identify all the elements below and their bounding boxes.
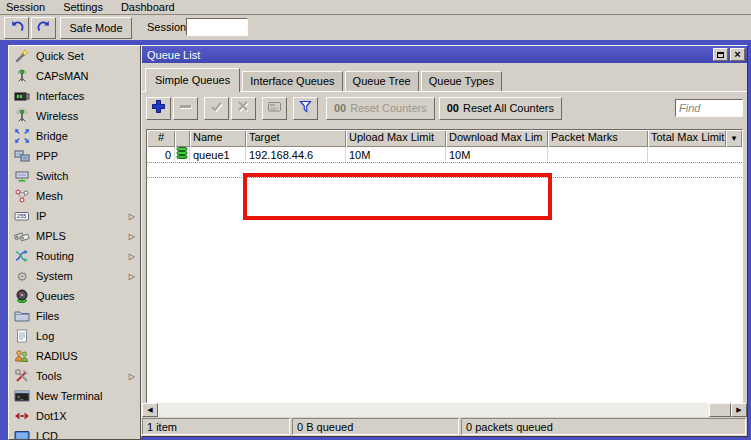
comment-button[interactable] xyxy=(262,97,287,120)
queue-toolbar: 00 Reset Counters 00 Reset All Counters xyxy=(142,92,747,124)
column-header-number[interactable]: # xyxy=(147,130,175,147)
column-header-packet-marks[interactable]: Packet Marks xyxy=(548,130,648,147)
status-bar: 1 item 0 B queued 0 packets queued xyxy=(142,417,747,436)
horizontal-scrollbar[interactable]: ◀ ▶ xyxy=(142,403,747,417)
mesh-icon xyxy=(14,188,30,204)
column-select-button[interactable]: ▼ xyxy=(726,130,742,147)
empty-row xyxy=(147,163,742,178)
sidebar-item-quick-set[interactable]: Quick Set xyxy=(9,46,140,66)
queue-icon xyxy=(176,147,188,162)
maximize-button[interactable] xyxy=(713,48,728,61)
sidebar-item-ppp[interactable]: PPP xyxy=(9,146,140,166)
sidebar-item-log[interactable]: Log xyxy=(9,326,140,346)
sidebar: Quick Set CAPsMAN Interfaces Wireless Br… xyxy=(8,45,141,440)
sidebar-item-switch[interactable]: Switch xyxy=(9,166,140,186)
svg-text:255: 255 xyxy=(17,213,26,219)
tab-queue-types[interactable]: Queue Types xyxy=(421,71,502,91)
dot1x-icon xyxy=(14,408,30,424)
reset-all-counters-button[interactable]: 00 Reset All Counters xyxy=(439,97,562,120)
mpls-icon xyxy=(14,228,30,244)
window-title: Queue List xyxy=(147,49,711,61)
enable-button[interactable] xyxy=(204,97,229,120)
wireless-icon xyxy=(14,108,30,124)
status-bytes-queued: 0 B queued xyxy=(292,418,459,435)
scroll-right-icon: ▶ xyxy=(736,406,741,414)
column-header-total-max-limit[interactable]: Total Max Limit xyxy=(648,130,726,147)
row-download-max-limit: 10M xyxy=(446,147,548,162)
session-label: Session xyxy=(147,21,186,33)
status-items-count: 1 item xyxy=(142,418,290,435)
system-icon: ⚙ xyxy=(14,268,30,284)
column-header-download-max-limit[interactable]: Download Max Lim xyxy=(446,130,548,147)
submenu-arrow-icon: ▷ xyxy=(129,272,135,281)
lcd-icon xyxy=(14,428,30,440)
column-header-target[interactable]: Target xyxy=(246,130,346,147)
find-input[interactable] xyxy=(675,99,743,117)
menu-item-session[interactable]: Session xyxy=(6,1,54,14)
submenu-arrow-icon: ▷ xyxy=(129,212,135,221)
redo-button[interactable] xyxy=(31,17,56,39)
files-icon xyxy=(14,308,30,324)
scroll-right-button[interactable]: ▶ xyxy=(731,403,747,417)
ip-icon: 255 xyxy=(14,208,30,224)
scrollbar-thumb[interactable] xyxy=(709,403,731,417)
table-row[interactable]: 0 queue1 192.168.44.6 10M 10M xyxy=(147,147,742,163)
sidebar-item-tools[interactable]: Tools ▷ xyxy=(9,366,140,386)
submenu-arrow-icon: ▷ xyxy=(129,252,135,261)
bridge-icon xyxy=(14,128,30,144)
scrollbar-track[interactable] xyxy=(158,403,731,417)
sidebar-item-bridge[interactable]: Bridge xyxy=(9,126,140,146)
sidebar-item-ip[interactable]: 255 IP ▷ xyxy=(9,206,140,226)
window-titlebar[interactable]: Queue List × xyxy=(142,46,747,63)
sidebar-item-radius[interactable]: RADIUS xyxy=(9,346,140,366)
sidebar-item-lcd[interactable]: LCD xyxy=(9,426,140,440)
sidebar-item-interfaces[interactable]: Interfaces xyxy=(9,86,140,106)
session-input[interactable] xyxy=(186,18,248,36)
reset-counters-button[interactable]: 00 Reset Counters xyxy=(326,97,435,120)
plus-icon xyxy=(151,99,166,117)
switch-icon xyxy=(14,168,30,184)
window-panel: 00 Reset Counters 00 Reset All Counters … xyxy=(142,91,747,436)
scroll-left-button[interactable]: ◀ xyxy=(142,403,158,417)
scroll-left-icon: ◀ xyxy=(147,406,152,414)
disable-icon xyxy=(236,99,251,117)
sidebar-item-new-terminal[interactable]: >_ New Terminal xyxy=(9,386,140,406)
undo-button[interactable] xyxy=(4,17,29,39)
sidebar-item-queues[interactable]: Queues xyxy=(9,286,140,306)
filter-button[interactable] xyxy=(293,97,318,120)
add-button[interactable] xyxy=(146,97,171,120)
column-select-icon: ▼ xyxy=(730,134,738,143)
remove-button[interactable] xyxy=(173,97,198,120)
tab-interface-queues[interactable]: Interface Queues xyxy=(242,71,342,91)
tab-simple-queues[interactable]: Simple Queues xyxy=(145,68,240,92)
tools-icon xyxy=(14,368,30,384)
sidebar-item-mpls[interactable]: MPLS ▷ xyxy=(9,226,140,246)
queue-list-window: Queue List × Simple Queues Interface Que… xyxy=(141,45,748,437)
sidebar-item-mesh[interactable]: Mesh xyxy=(9,186,140,206)
routing-icon xyxy=(14,248,30,264)
menu-item-dashboard[interactable]: Dashboard xyxy=(112,1,184,14)
sidebar-item-routing[interactable]: Routing ▷ xyxy=(9,246,140,266)
top-toolbar: Safe Mode Session xyxy=(0,15,751,40)
close-button[interactable]: × xyxy=(730,48,745,61)
close-icon: × xyxy=(734,49,740,60)
ppp-icon xyxy=(14,148,30,164)
column-header-name[interactable]: Name xyxy=(190,130,246,147)
column-header-upload-max-limit[interactable]: Upload Max Limit xyxy=(346,130,446,147)
sidebar-item-capsman[interactable]: CAPsMAN xyxy=(9,66,140,86)
disable-button[interactable] xyxy=(231,97,256,120)
column-header-icon[interactable] xyxy=(175,130,190,147)
tab-queue-tree[interactable]: Queue Tree xyxy=(345,71,419,91)
status-packets-queued: 0 packets queued xyxy=(461,418,746,435)
sidebar-item-system[interactable]: ⚙ System ▷ xyxy=(9,266,140,286)
sidebar-item-wireless[interactable]: Wireless xyxy=(9,106,140,126)
filter-icon xyxy=(298,99,313,117)
menu-item-settings[interactable]: Settings xyxy=(54,1,112,14)
row-icon-cell xyxy=(175,147,190,162)
safe-mode-button[interactable]: Safe Mode xyxy=(60,17,132,39)
sidebar-item-files[interactable]: Files xyxy=(9,306,140,326)
antenna-icon xyxy=(14,68,30,84)
row-number: 0 xyxy=(147,147,175,162)
sidebar-item-dot1x[interactable]: Dot1X xyxy=(9,406,140,426)
comment-icon xyxy=(267,99,282,117)
